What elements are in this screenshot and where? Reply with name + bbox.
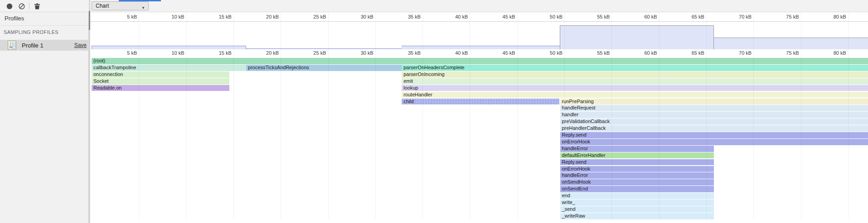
overview-segment[interactable]: [402, 46, 559, 49]
tick-label: 45 kB: [488, 50, 515, 56]
flame-row: callbackTrampolineprocessTicksAndRejecti…: [90, 64, 868, 71]
tick-label: 10 kB: [157, 14, 184, 19]
tick-label: 30 kB: [346, 50, 373, 56]
flame-row: handler: [90, 111, 868, 118]
flame-bar[interactable]: lookup: [402, 85, 868, 91]
flame-row: handleError: [90, 172, 868, 179]
overview-pane[interactable]: [90, 22, 868, 49]
flame-row: handleError: [90, 145, 868, 152]
tick-label: 55 kB: [582, 14, 610, 19]
flame-bar[interactable]: handler: [560, 112, 868, 118]
flame-bar[interactable]: processTicksAndRejections: [246, 65, 402, 71]
profiler-app: Chart ▼ Profiles SAMPLING PROFILES % Pro…: [0, 0, 868, 223]
flame-bar[interactable]: onconnection: [92, 71, 229, 78]
flame-row: Reply.send: [90, 132, 868, 138]
flame-row: onconnectionparserOnIncoming: [90, 71, 868, 78]
tick-label: 40 kB: [441, 14, 468, 19]
flame-bar[interactable]: callbackTrampoline: [92, 65, 246, 71]
tick-label: 60 kB: [630, 50, 657, 56]
flame-bar[interactable]: onErrorHook: [560, 139, 868, 145]
flame-bar[interactable]: parserOnHeadersComplete: [402, 65, 868, 71]
tick-label: 10 kB: [157, 50, 184, 56]
flame-row: routeHandler: [90, 91, 868, 98]
tick-label: 40 kB: [441, 50, 468, 56]
flame-bar[interactable]: Reply.send: [560, 132, 868, 138]
flame-rows: (root)callbackTrampolineprocessTicksAndR…: [90, 57, 868, 219]
flame-row: onSendHook: [90, 179, 868, 185]
tick-label: 15 kB: [204, 14, 232, 19]
flame-bar[interactable]: preValidationCallback: [560, 119, 868, 125]
tick-label: 50 kB: [535, 14, 563, 19]
overview-ruler: 5 kB10 kB15 kB20 kB25 kB30 kB35 kB40 kB4…: [90, 12, 868, 22]
profile-icon: %: [8, 41, 16, 50]
trash-icon[interactable]: [34, 3, 41, 10]
tick-label: 80 kB: [819, 50, 846, 56]
tick-label: 20 kB: [252, 14, 279, 19]
flame-bar[interactable]: _send: [560, 206, 714, 213]
active-tab-underline: [119, 0, 161, 1]
flame-bar[interactable]: onErrorHook: [560, 166, 714, 172]
clear-icon[interactable]: [18, 3, 25, 10]
flame-bar[interactable]: Socket: [92, 78, 229, 85]
tick-label: 25 kB: [299, 50, 326, 56]
toolbar-separator: [29, 2, 29, 10]
tick-label: 70 kB: [724, 14, 752, 19]
flame-bar[interactable]: child: [402, 99, 559, 105]
flame-bar[interactable]: (root): [92, 58, 868, 64]
save-link[interactable]: Save: [74, 42, 87, 48]
flame-bar[interactable]: handleError: [560, 146, 714, 152]
sidebar-title: Profiles: [5, 15, 24, 22]
flame-bar[interactable]: _writeRaw: [560, 213, 714, 219]
flame-row: (root): [90, 57, 868, 64]
flame-bar[interactable]: emit: [402, 78, 868, 85]
sidebar-divider: [0, 25, 89, 26]
flame-row: end: [90, 192, 868, 199]
tick-label: 75 kB: [772, 50, 799, 56]
flame-bar[interactable]: onSendHook: [560, 179, 714, 185]
tick-label: 25 kB: [299, 14, 326, 19]
chart-view-select[interactable]: Chart ▼: [92, 1, 149, 10]
tick-label: 5 kB: [110, 14, 137, 19]
toolbar: Chart ▼: [0, 0, 868, 12]
flame-row: childrunPreParsing: [90, 98, 868, 104]
flame-main: 5 kB10 kB15 kB20 kB25 kB30 kB35 kB40 kB4…: [90, 12, 868, 223]
tick-label: 80 kB: [819, 14, 846, 19]
flame-row: onErrorHook: [90, 165, 868, 172]
flamechart-ruler: 5 kB10 kB15 kB20 kB25 kB30 kB35 kB40 kB4…: [90, 49, 868, 57]
record-icon[interactable]: [6, 3, 13, 10]
flame-bar[interactable]: preHandlerCallback: [560, 125, 868, 132]
tick-label: 35 kB: [393, 14, 421, 19]
tick-label: 50 kB: [535, 50, 563, 56]
flame-row: _send: [90, 206, 868, 213]
flame-bar[interactable]: handleRequest: [560, 105, 868, 111]
flame-bar[interactable]: parserOnIncoming: [402, 71, 868, 78]
flame-row: _writeRaw: [90, 213, 868, 219]
flame-bar[interactable]: routeHandler: [402, 92, 868, 98]
chart-view-select-value: Chart: [96, 3, 109, 9]
overview-segment[interactable]: [714, 38, 868, 49]
tick-label: 35 kB: [393, 50, 421, 56]
overview-segment[interactable]: [92, 46, 246, 49]
flame-bar[interactable]: onSendEnd: [560, 186, 714, 192]
overview-segment[interactable]: [560, 25, 714, 49]
flame-bar[interactable]: end: [560, 193, 714, 199]
flame-row: Socketemit: [90, 78, 868, 85]
profile-name: Profile 1: [22, 42, 44, 49]
flame-row: defaultErrorHandler: [90, 152, 868, 159]
flame-row: handleRequest: [90, 104, 868, 111]
tick-label: 65 kB: [677, 50, 704, 56]
flame-bar[interactable]: defaultErrorHandler: [560, 152, 714, 159]
dropdown-caret-icon: ▼: [141, 4, 145, 12]
tick-label: 60 kB: [630, 14, 657, 19]
sidebar: Profiles SAMPLING PROFILES % Profile 1 S…: [0, 12, 89, 223]
flame-bar[interactable]: handleError: [560, 172, 714, 179]
flame-row: write_: [90, 199, 868, 206]
tick-label: 70 kB: [724, 50, 752, 56]
flame-row: onSendEnd: [90, 185, 868, 192]
flame-bar[interactable]: write_: [560, 199, 714, 206]
tick-label: 65 kB: [677, 14, 704, 19]
flame-bar[interactable]: Reply.send: [560, 159, 714, 166]
flame-bar[interactable]: runPreParsing: [560, 99, 868, 105]
sidebar-item-profile-1[interactable]: % Profile 1 Save: [0, 40, 89, 51]
flame-bar[interactable]: Readable.on: [92, 85, 229, 91]
